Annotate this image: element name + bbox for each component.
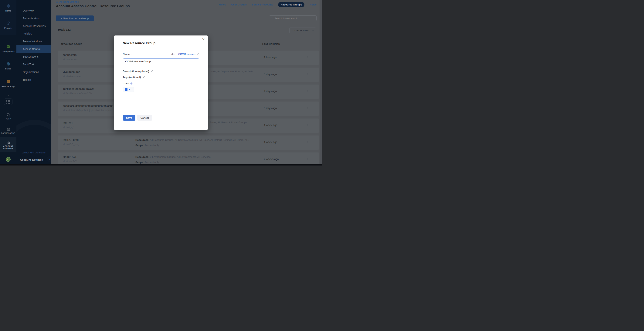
- sidebar-item-account-resources[interactable]: Account Resources: [16, 22, 51, 30]
- color-picker-dropdown[interactable]: ▾: [123, 87, 134, 92]
- scrollbar[interactable]: [320, 0, 322, 165]
- tab-service-accounts[interactable]: Service Accounts: [252, 3, 273, 6]
- row-resources-visible: Roles, All Users, All User Groups: [210, 121, 247, 124]
- sidebar-item-label: Feature Flags: [2, 85, 15, 88]
- row-menu-button[interactable]: [305, 140, 309, 145]
- row-scope: Scope: Account only: [136, 144, 159, 147]
- row-id: Id: striderRG1: [63, 160, 78, 163]
- edit-pencil-icon[interactable]: [142, 76, 145, 78]
- edit-pencil-icon[interactable]: [150, 70, 153, 73]
- sidebar-item-home[interactable]: Home: [0, 4, 16, 12]
- row-id: Id: asdoifaNJdsfjopdfsnfdjopfdsdsafohias…: [63, 109, 112, 112]
- row-last-modified: 1 week ago: [264, 141, 278, 144]
- info-icon[interactable]: [130, 82, 133, 85]
- row-menu-button[interactable]: [305, 123, 309, 128]
- icon-rail: Home Projects Deployments Builds Feature: [0, 0, 16, 165]
- gear-icon: [6, 141, 10, 145]
- sidebar-item-access-control[interactable]: Access Control: [16, 45, 51, 53]
- row-last-modified: 3 days ago: [264, 73, 277, 76]
- table-row[interactable]: testRG_omg Id: testRG_omg Resources: All…: [58, 135, 319, 150]
- row-name[interactable]: testRG_omg: [63, 138, 78, 141]
- edit-pencil-icon[interactable]: [196, 53, 199, 55]
- sidebar-item-projects[interactable]: Projects: [0, 21, 16, 29]
- sidebar-item-label: HELP: [6, 118, 11, 120]
- row-menu-button[interactable]: [305, 106, 309, 111]
- chevron-down-icon: ▾: [129, 88, 130, 91]
- search-box[interactable]: [269, 15, 316, 21]
- breadcrumb-link[interactable]: Account Settings: [59, 0, 79, 3]
- avatar[interactable]: CJ: [6, 157, 10, 162]
- sidebar-item-deployments[interactable]: Deployments: [0, 44, 16, 53]
- info-icon[interactable]: [131, 53, 133, 55]
- row-menu-button[interactable]: [305, 72, 309, 77]
- close-icon[interactable]: ×: [202, 37, 205, 41]
- row-name[interactable]: asdoifaNJdsfjopdfsnfdjopfdsdsafohiasnjf: [63, 104, 113, 107]
- sort-label: Last Modified: [294, 29, 309, 32]
- row-menu-button[interactable]: [305, 157, 309, 162]
- grid-icon: [6, 100, 10, 104]
- sidebar-item-feature-flags[interactable]: Feature Flags: [0, 79, 16, 88]
- sort-dropdown[interactable]: ↑↓ Last Modified: [289, 27, 316, 33]
- column-header-resource-group: RESOURCE GROUP: [60, 43, 82, 45]
- row-resources: Resources: 2 Environment Groups, All Env…: [136, 155, 210, 158]
- breadcrumb[interactable]: Account Settings ›: [56, 0, 80, 3]
- row-last-modified: 2 weeks ago: [264, 158, 279, 161]
- id-field: Id : CCMResourc...: [171, 53, 199, 55]
- search-icon: [271, 17, 273, 20]
- sidebar-item-authentication[interactable]: Authentication: [16, 14, 51, 22]
- row-name[interactable]: vivekresource: [63, 70, 80, 73]
- name-input[interactable]: [123, 58, 199, 64]
- row-name[interactable]: connectors: [63, 53, 76, 56]
- sidebar-item-organizations[interactable]: Organizations: [16, 68, 51, 76]
- row-id: Id: testRG_omg: [63, 143, 79, 146]
- tab-users[interactable]: Users: [219, 3, 226, 6]
- column-header-last-modified: LAST MODIFIED: [262, 43, 280, 45]
- sidebar-item-tickets[interactable]: Tickets: [16, 76, 51, 84]
- sidebar-item-account-settings[interactable]: ACCOUNT SETTINGS: [0, 137, 16, 152]
- sidebar-item-dashboards[interactable]: DASHBOARDS: [0, 127, 16, 135]
- new-resource-group-button[interactable]: + New Resource Group: [56, 15, 94, 21]
- dashboards-icon: [6, 127, 10, 131]
- sidebar-item-audit-trail[interactable]: Audit Trail: [16, 60, 51, 68]
- sidebar-item-overview[interactable]: Overview: [16, 7, 51, 14]
- sidebar-item-freeze-windows[interactable]: Freeze Windows: [16, 37, 51, 45]
- settings-sidebar: Overview Authentication Account Resource…: [16, 0, 51, 165]
- tab-user-groups[interactable]: User Groups: [231, 3, 247, 6]
- cancel-button[interactable]: Cancel: [137, 115, 152, 121]
- id-value[interactable]: CCMResourc...: [178, 53, 196, 55]
- tab-roles[interactable]: Roles: [310, 3, 316, 6]
- row-last-modified: 6 days ago: [264, 107, 277, 110]
- description-label: Description (optional): [123, 70, 149, 73]
- row-menu-button[interactable]: [305, 55, 309, 60]
- sidebar-item-label: DASHBOARDS: [1, 132, 15, 135]
- info-icon[interactable]: [174, 53, 176, 55]
- tab-bar: Users User Groups Service Accounts Resou…: [219, 2, 316, 7]
- sidebar-item-builds[interactable]: Builds: [0, 62, 16, 70]
- sidebar-item-policies[interactable]: Policies: [16, 30, 51, 37]
- name-label: Name: [123, 53, 133, 55]
- chevron-down-icon[interactable]: ▼: [0, 94, 16, 97]
- table-row[interactable]: striderRG1 Id: striderRG1 Resources: 2 E…: [58, 152, 319, 165]
- launch-first-generation-button[interactable]: Launch First Generation: [20, 150, 48, 155]
- tab-resource-groups[interactable]: Resource Groups: [278, 2, 304, 7]
- row-id: Id: test_rg1: [63, 126, 74, 129]
- sidebar-item-subscriptions[interactable]: Subscriptions: [16, 53, 51, 60]
- row-name[interactable]: striderRG1: [63, 155, 76, 158]
- builds-icon: [6, 62, 10, 66]
- app-window: Home Projects Deployments Builds Feature: [0, 0, 322, 165]
- sidebar-footer-title: Account Settings: [20, 158, 43, 161]
- row-name[interactable]: test_rg1: [63, 121, 73, 124]
- row-menu-button[interactable]: [305, 89, 309, 94]
- save-button[interactable]: Save: [123, 115, 136, 121]
- row-id: Id: vivekresource: [63, 75, 80, 78]
- collapse-sidebar-button[interactable]: ◀: [48, 156, 51, 162]
- search-input[interactable]: [274, 17, 315, 20]
- harness-logo-icon: [6, 4, 10, 8]
- collapse-icon: ◀: [49, 158, 50, 160]
- module-switcher-button[interactable]: [4, 98, 12, 105]
- sidebar-item-help[interactable]: HELP: [0, 113, 16, 120]
- row-resources-visible: oards, All Deployment Freeze, All Dele..…: [210, 70, 255, 73]
- row-id: Id: connectors: [63, 58, 78, 61]
- row-last-modified: 1 week ago: [264, 124, 278, 127]
- row-name[interactable]: TestResourceGroupCCM: [63, 87, 94, 90]
